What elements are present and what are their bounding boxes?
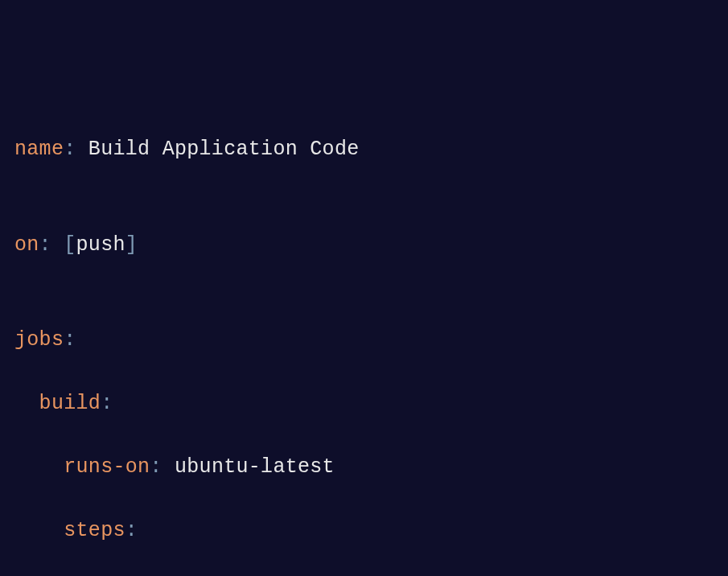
code-line: build:	[14, 388, 714, 420]
code-line: jobs:	[14, 324, 714, 356]
yaml-value-ubuntu: ubuntu-latest	[175, 455, 335, 479]
yaml-key-on: on	[14, 233, 39, 257]
bracket-open: [	[64, 233, 76, 257]
colon: :	[64, 328, 76, 352]
yaml-key-runs-on: runs-on	[64, 455, 150, 479]
yaml-key-build: build	[39, 392, 101, 415]
code-line: runs-on: ubuntu-latest	[14, 451, 714, 483]
colon: :	[39, 233, 51, 257]
code-line: on: [push]	[14, 229, 714, 261]
yaml-key-steps: steps	[64, 519, 125, 542]
yaml-key-name: name	[14, 138, 64, 161]
colon: :	[150, 455, 162, 479]
yaml-code-block: name: Build Application Code on: [push] …	[14, 134, 714, 576]
colon: :	[64, 138, 76, 161]
yaml-key-jobs: jobs	[14, 328, 64, 352]
yaml-value-workflow-name: Build Application Code	[88, 138, 360, 161]
code-line: steps:	[14, 515, 714, 547]
colon: :	[101, 392, 113, 415]
colon: :	[125, 519, 138, 542]
yaml-value-on-event: push	[76, 233, 125, 257]
code-line: name: Build Application Code	[14, 134, 714, 166]
bracket-close: ]	[125, 233, 138, 257]
